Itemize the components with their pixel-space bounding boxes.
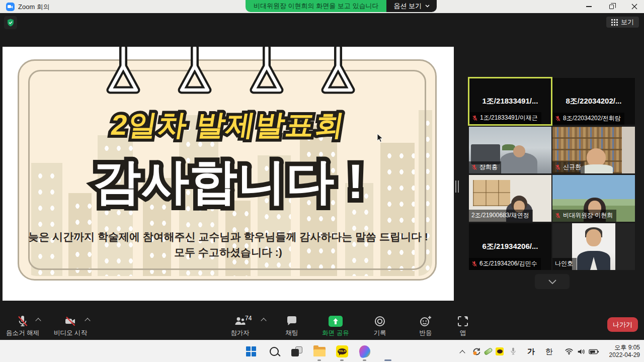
muted-camera-icon [64, 315, 77, 327]
participant-tile[interactable]: 6조/21934206/... 6조/21934206/김민수 [469, 223, 551, 270]
grid-icon [611, 19, 618, 26]
gradient-drop-icon [358, 344, 371, 358]
muted-mic-icon [471, 261, 477, 267]
wifi-icon[interactable] [565, 340, 574, 362]
tray-expand-button[interactable] [460, 340, 465, 362]
hanging-strap-icon [103, 47, 143, 97]
participant-name-label: 장희흥 [469, 161, 501, 173]
close-icon [631, 4, 637, 10]
running-indicator [363, 359, 366, 361]
search-icon [270, 347, 279, 356]
reactions-button[interactable]: 반응 [405, 315, 447, 337]
participant-tile[interactable]: 8조/22034202/... 8조/22034202/전휘람 [552, 78, 635, 125]
view-options-label: 옵션 보기 [393, 2, 422, 11]
mic-options-caret[interactable] [36, 319, 40, 323]
chat-label: 채팅 [271, 329, 313, 337]
paint-app-button[interactable] [358, 345, 371, 358]
participant-name-text: 신규환 [563, 163, 581, 171]
chevron-up-icon [460, 349, 465, 354]
muted-mic-icon [555, 164, 561, 170]
tray-sync-icon[interactable] [472, 340, 481, 362]
reactions-label: 반응 [405, 329, 447, 337]
participant-tile[interactable]: 신규환 [552, 127, 635, 173]
speaker-icon [577, 348, 586, 355]
search-button[interactable] [268, 345, 281, 358]
shield-check-icon [6, 18, 15, 27]
participant-name-text: 장희흥 [479, 163, 498, 171]
video-options-caret[interactable] [86, 319, 90, 323]
file-explorer-button[interactable] [313, 345, 326, 358]
participant-name-text: 1조/21833491/이재근 [480, 114, 538, 122]
unmute-label: 음소거 해제 [2, 329, 44, 337]
sync-icon [472, 347, 481, 356]
participant-name-text: 나인호 [555, 259, 573, 268]
chevron-down-icon [425, 5, 430, 8]
task-view-button[interactable] [290, 345, 303, 358]
chat-button[interactable]: 채팅 [271, 315, 313, 337]
slide-body-line2: 모두 수고하셨습니다 :) [3, 244, 454, 260]
ime-a-indicator[interactable]: 가 [527, 340, 535, 362]
meeting-area: 보기 [0, 13, 644, 340]
participant-name-text: 8조/22034202/전휘람 [563, 114, 621, 123]
participant-tile-active[interactable]: 1조/21833491/... 1조/21833491/이재근 [468, 77, 552, 126]
chat-icon [286, 315, 298, 327]
restore-button[interactable] [600, 0, 623, 13]
participant-name-label: 6조/21934206/김민수 [469, 258, 541, 270]
scroll-participants-down-button[interactable] [535, 274, 570, 289]
battery-icon[interactable] [589, 340, 599, 362]
muted-mic-icon [471, 164, 477, 170]
close-button[interactable] [623, 0, 644, 13]
running-indicator [317, 359, 321, 361]
task-view-icon [291, 346, 302, 356]
running-indicator [340, 359, 344, 361]
mic-icon [510, 347, 517, 355]
banner-text: 비대위원장 이현희의 화면을 보고 있습니다 [246, 0, 386, 12]
panel-drag-handle[interactable] [455, 180, 460, 193]
tray-mic-icon[interactable] [510, 340, 517, 362]
participants-button[interactable]: 74 참가자 [219, 315, 261, 337]
windows-taskbar: TALK 가 한 [0, 340, 644, 362]
taskbar-clock[interactable]: 오후 9:05 2022-04-29 [603, 340, 640, 362]
participant-tile[interactable]: 2조/21900683/채연정 [469, 175, 551, 222]
apps-label: 앱 [442, 329, 484, 337]
volume-icon[interactable] [577, 340, 586, 362]
clock-date: 2022-04-29 [603, 351, 640, 359]
muted-mic-icon [555, 213, 561, 219]
participant-name-label: 비대위원장 이현희 [552, 210, 616, 222]
participant-tile[interactable]: 장희흥 [469, 127, 551, 173]
view-options-button[interactable]: 옵션 보기 [386, 0, 437, 12]
participant-name-label: 나인호 [552, 258, 577, 270]
kakaotalk-button[interactable]: TALK [336, 345, 349, 358]
ime-han-indicator[interactable]: 한 [545, 340, 553, 362]
start-button[interactable] [245, 345, 258, 358]
reactions-icon [419, 315, 432, 327]
participants-caret[interactable] [262, 319, 266, 323]
security-shield-button[interactable] [4, 16, 17, 29]
view-layout-button[interactable]: 보기 [606, 17, 639, 28]
zoom-toolbar: 음소거 해제 비디오 시작 74 참가자 [0, 312, 644, 340]
minimize-button[interactable] [578, 0, 600, 13]
pill-icon [484, 347, 493, 355]
share-screen-button[interactable]: 화면 공유 [314, 315, 357, 337]
slide-body-line1: 늦은 시간까지 학술제에 참여해주신 교수님과 학우님들께 감사하다는 말씀 드… [3, 229, 454, 244]
tray-kakaotalk-icon[interactable] [496, 340, 504, 362]
participant-name-label: 1조/21833491/이재근 [469, 112, 541, 124]
start-video-label: 비디오 시작 [49, 329, 92, 337]
participant-tile[interactable]: 비대위원장 이현희 [552, 175, 635, 222]
kakaotalk-tray-icon [496, 347, 504, 355]
leave-meeting-button[interactable]: 나가기 [607, 317, 638, 332]
windows-logo-icon [246, 346, 256, 356]
record-button[interactable]: 기록 [359, 315, 401, 337]
clock-time: 오후 9:05 [603, 344, 640, 351]
shared-screen: 2일차 발제발표회 감사합니다 ! 늦은 시간까지 학술제에 참여해주신 교수님… [3, 47, 454, 301]
participant-name-label: 8조/22034202/전휘람 [552, 113, 624, 125]
apps-icon [457, 315, 469, 327]
tray-antivirus-icon[interactable] [484, 340, 493, 362]
hanging-strap-icon [175, 47, 215, 97]
apps-button[interactable]: 앱 [442, 315, 484, 337]
participant-tile[interactable]: 나인호 [552, 223, 635, 270]
start-video-button[interactable]: 비디오 시작 [49, 315, 92, 337]
participants-count: 74 [245, 315, 252, 322]
window-titlebar: Zoom 회의 비대위원장 이현희의 화면을 보고 있습니다 옵션 보기 [0, 0, 644, 13]
chevron-down-icon [548, 280, 556, 284]
